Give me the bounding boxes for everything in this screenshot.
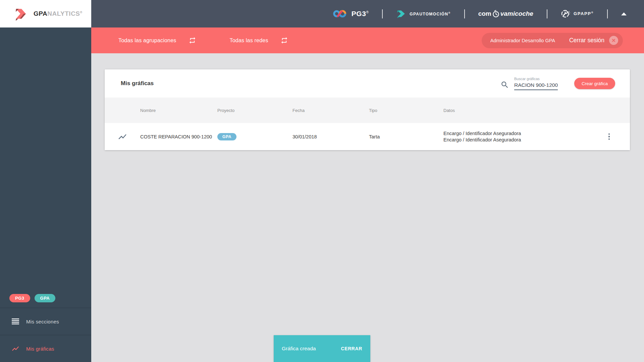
column-header-nombre: Nombre	[140, 108, 217, 113]
search-icon	[500, 80, 509, 89]
line-chart-icon	[118, 132, 127, 141]
column-header-datos: Datos	[443, 108, 602, 113]
datos-line: Encargo / Identificador Aseguradora	[443, 137, 602, 143]
search-zone: Buscar gráficas Crear gráfica	[500, 77, 615, 90]
pg3-badge: PG3	[9, 294, 30, 302]
row-fecha: 30/01/2018	[292, 134, 369, 139]
sidebar-context-badges: PG3 GPA	[0, 294, 91, 308]
collapse-header-caret-icon[interactable]	[621, 12, 627, 15]
comvamicoche-app-logo[interactable]: com vamicoche	[478, 10, 533, 18]
session-pill: Administrador Desarrollo GPA Cerrar sesi…	[482, 33, 623, 48]
search-input[interactable]	[514, 81, 558, 90]
filter-toolbar: Todas las agrupaciones Todas las redes A…	[91, 27, 644, 53]
search-field-label: Buscar gráficas	[514, 77, 558, 81]
datos-line: Encargo / Identificador Aseguradora	[443, 130, 602, 137]
row-menu-kebab-icon[interactable]	[605, 133, 613, 140]
table-header-row: Nombre Proyecto Fecha Tipo Datos	[105, 98, 630, 123]
row-actions	[602, 133, 630, 140]
sidebar-item-mis-secciones[interactable]: Mis secciones	[0, 308, 91, 335]
agrupaciones-filter[interactable]: Todas las agrupaciones	[118, 38, 176, 44]
gpanalytics-arrow-icon	[13, 6, 30, 22]
gpaapp-app-logo[interactable]: GPAPP®	[561, 9, 594, 18]
header-separator	[382, 9, 383, 18]
snackbar: Gráfica creada CERRAR	[274, 335, 370, 362]
sidebar-item-label: Mis gráficas	[26, 346, 54, 352]
pg3-wordmark: PG3®	[352, 10, 369, 18]
redes-filter[interactable]: Todas las redes	[230, 38, 268, 44]
row-tipo: Tarta	[369, 134, 443, 139]
card-header: Mis gráficas Buscar gráficas Crear gráfi…	[105, 69, 630, 98]
gpautomocion-wordmark: GPAUTOMOCIÓN®	[410, 11, 450, 16]
logout-button[interactable]: Cerrar sesión	[569, 37, 604, 44]
gpa-badge: GPA	[35, 294, 56, 302]
create-chart-button[interactable]: Crear gráfica	[574, 78, 615, 89]
sidebar-item-label: Mis secciones	[26, 319, 59, 324]
line-chart-icon	[11, 345, 19, 353]
table-row[interactable]: COSTE REPARACION 900-1200 GPA 30/01/2018…	[105, 123, 630, 150]
page-title: Mis gráficas	[105, 80, 154, 87]
clock-icon	[492, 10, 500, 18]
column-header-fecha: Fecha	[292, 108, 369, 113]
header-separator	[464, 9, 465, 18]
row-proyecto: GPA	[217, 133, 292, 140]
sidebar-spacer	[0, 27, 91, 294]
chart-type-icon-cell	[105, 132, 140, 141]
gpanalytics-logo: GPANALYTICS®	[0, 0, 91, 27]
pg3-app-logo[interactable]: PG3®	[332, 9, 369, 18]
header-separator	[547, 9, 547, 18]
gpanalytics-wordmark: GPANALYTICS®	[34, 10, 83, 17]
gpautomocion-arrow-icon	[396, 9, 406, 18]
gpaapp-wordmark: GPAPP®	[574, 11, 594, 16]
swap-redes-icon[interactable]	[280, 37, 288, 44]
project-badge: GPA	[217, 133, 236, 140]
column-header-proyecto: Proyecto	[217, 108, 292, 113]
app-switcher-header: PG3® GPAUTOMOCIÓN® com vamicoche	[91, 0, 644, 27]
row-datos: Encargo / Identificador Aseguradora Enca…	[443, 130, 602, 143]
row-nombre: COSTE REPARACION 900-1200	[140, 134, 217, 139]
gpautomocion-app-logo[interactable]: GPAUTOMOCIÓN®	[396, 9, 450, 18]
pg3-infinity-icon	[332, 9, 347, 18]
snackbar-message: Gráfica creada	[282, 346, 316, 352]
search-field-wrap: Buscar gráficas	[514, 77, 558, 90]
logout-close-icon[interactable]: ✕	[609, 36, 618, 45]
snackbar-close-button[interactable]: CERRAR	[341, 346, 363, 351]
mis-graficas-card: Mis gráficas Buscar gráficas Crear gráfi…	[105, 69, 630, 150]
swap-agrupaciones-icon[interactable]	[189, 37, 196, 44]
header-separator	[607, 9, 608, 18]
comvamicoche-wordmark: com vamicoche	[478, 10, 533, 18]
logged-user-label: Administrador Desarrollo GPA	[490, 38, 555, 43]
column-header-tipo: Tipo	[369, 108, 443, 113]
wrench-gear-icon	[561, 9, 570, 18]
sidebar: GPANALYTICS® PG3 GPA Mis secciones Mis g…	[0, 0, 91, 362]
sidebar-item-mis-graficas[interactable]: Mis gráficas	[0, 335, 91, 362]
list-icon	[11, 317, 19, 325]
